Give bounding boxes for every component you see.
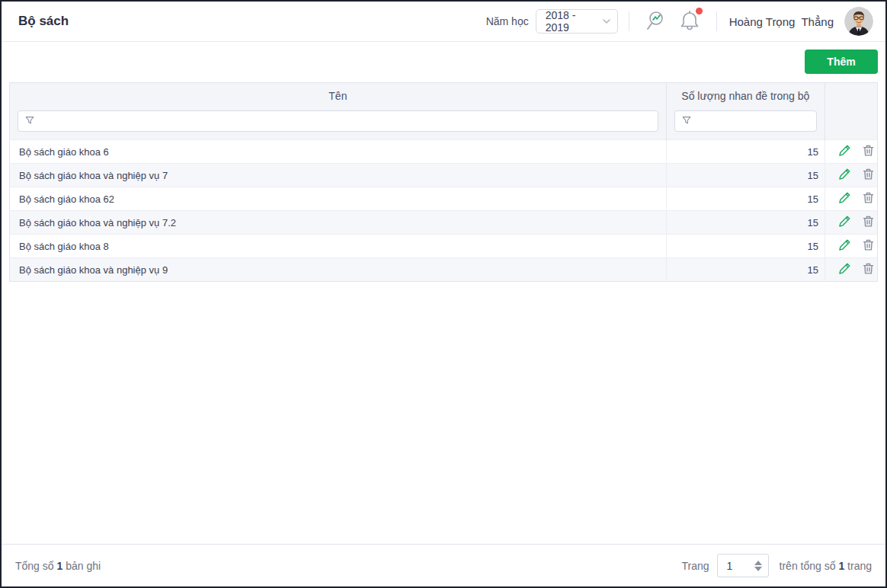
delete-button[interactable] [862, 262, 875, 277]
page-input-box [717, 554, 769, 577]
pages-prefix: trên tổng số [780, 560, 836, 572]
pencil-icon [838, 191, 851, 206]
funnel-icon [24, 115, 35, 128]
edit-button[interactable] [838, 238, 851, 254]
header-row: Tên Số lượng nhan đề trong bộ [10, 83, 878, 110]
notification-badge [696, 8, 703, 14]
delete-button[interactable] [862, 168, 875, 183]
table-row: Bộ sách giáo khoa và nghiệp vụ 9 15 [10, 258, 878, 282]
window: { "header": { "title": "Bộ sách", "schoo… [0, 0, 887, 588]
search-stats-icon [645, 9, 668, 34]
total-suffix: bản ghi [66, 560, 101, 572]
total-summary: Tổng số 1 bản ghi [15, 560, 101, 572]
table-row: Bộ sách giáo khoa 6 15 [10, 140, 878, 164]
table-row: Bộ sách giáo khoa và nghiệp vụ 7 15 [10, 164, 878, 187]
table-body: Bộ sách giáo khoa 6 15 Bộ sách giáo khoa… [10, 140, 878, 282]
bookset-name: Bộ sách giáo khoa 62 [10, 187, 667, 211]
delete-button[interactable] [862, 215, 875, 230]
trash-icon [862, 262, 875, 277]
footer: Tổng số 1 bản ghi Trang trên tổng số 1 t… [2, 544, 885, 586]
pencil-icon [838, 168, 851, 183]
count-filter [674, 110, 817, 132]
delete-button[interactable] [862, 238, 875, 254]
school-year-value: 2018 - 2019 [546, 9, 602, 34]
pencil-icon [838, 238, 851, 254]
column-header-name: Tên [10, 83, 667, 110]
school-year-label: Năm học [486, 15, 529, 27]
bookset-count: 15 [666, 235, 825, 258]
bookset-count: 15 [666, 140, 825, 164]
bookset-name: Bộ sách giáo khoa 8 [10, 235, 667, 258]
bookset-table: Tên Số lượng nhan đề trong bộ [9, 82, 878, 282]
pencil-icon [838, 215, 851, 230]
page-increment-button[interactable] [754, 560, 762, 566]
pages-suffix: trang [847, 560, 872, 572]
bookset-name: Bộ sách giáo khoa và nghiệp vụ 9 [10, 258, 667, 282]
bookset-name: Bộ sách giáo khoa và nghiệp vụ 7 [10, 164, 667, 187]
delete-button[interactable] [862, 144, 875, 159]
bookset-count: 15 [666, 187, 825, 211]
add-button[interactable]: Thêm [805, 50, 878, 74]
trash-icon [862, 215, 875, 230]
page-title: Bộ sách [18, 14, 69, 29]
pencil-icon [838, 144, 851, 159]
name-filter-input[interactable] [40, 116, 652, 127]
search-button[interactable] [645, 9, 668, 34]
bookset-name: Bộ sách giáo khoa 6 [10, 140, 667, 164]
divider [716, 11, 717, 31]
school-year-select[interactable]: 2018 - 2019 [536, 9, 618, 34]
top-bar-right: Năm học 2018 - 2019 [486, 7, 873, 36]
bookset-count: 15 [666, 258, 825, 282]
pages-count: 1 [838, 560, 844, 572]
user-name[interactable]: Hoàng Trọng Thẳng [729, 15, 834, 28]
trash-icon [862, 144, 875, 159]
main-content: Thêm Tên Số lượng nhan đề trong bộ [2, 42, 885, 544]
pencil-icon [838, 262, 851, 277]
bookset-count: 15 [666, 164, 825, 187]
edit-button[interactable] [838, 215, 851, 230]
trash-icon [862, 238, 875, 254]
edit-button[interactable] [838, 191, 851, 206]
avatar[interactable] [844, 7, 873, 36]
divider [629, 11, 629, 31]
page-input[interactable] [727, 560, 747, 572]
column-header-count: Số lượng nhan đề trong bộ [666, 83, 825, 110]
bookset-name: Bộ sách giáo khoa và nghiệp vụ 7.2 [10, 211, 667, 235]
page-label: Trang [682, 560, 709, 572]
top-bar: Bộ sách Năm học 2018 - 2019 [2, 2, 885, 42]
table-row: Bộ sách giáo khoa 8 15 [10, 235, 878, 258]
page-decrement-button[interactable] [754, 566, 762, 572]
count-filter-input[interactable] [696, 116, 810, 127]
bookset-count: 15 [666, 211, 825, 235]
total-count: 1 [56, 560, 62, 572]
edit-button[interactable] [838, 262, 851, 277]
edit-button[interactable] [838, 144, 851, 159]
toolbar: Thêm [9, 50, 878, 74]
total-prefix: Tổng số [15, 560, 54, 572]
trash-icon [862, 168, 875, 183]
notification-button[interactable] [679, 9, 700, 34]
delete-button[interactable] [862, 191, 875, 206]
edit-button[interactable] [838, 168, 851, 183]
table-row: Bộ sách giáo khoa và nghiệp vụ 7.2 15 [10, 211, 878, 235]
filter-row [10, 110, 878, 140]
funnel-icon [681, 115, 692, 128]
name-filter [18, 110, 658, 132]
page-spinner [754, 560, 762, 572]
trash-icon [862, 191, 875, 206]
column-header-actions [825, 83, 877, 110]
table-row: Bộ sách giáo khoa 62 15 [10, 187, 878, 211]
pagination: Trang trên tổng số 1 trang [682, 554, 873, 577]
chevron-down-icon [602, 17, 611, 26]
